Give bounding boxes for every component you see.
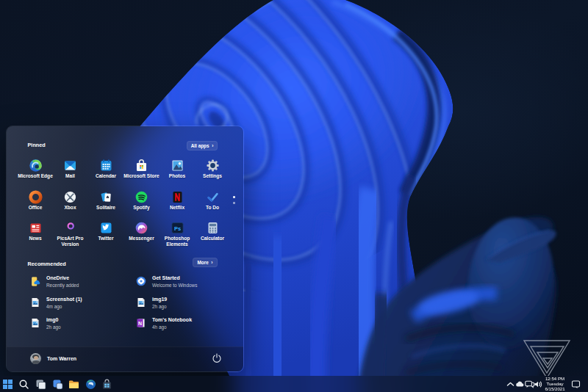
svg-text:N: N [138, 321, 142, 326]
svg-text:Ps: Ps [173, 225, 180, 232]
